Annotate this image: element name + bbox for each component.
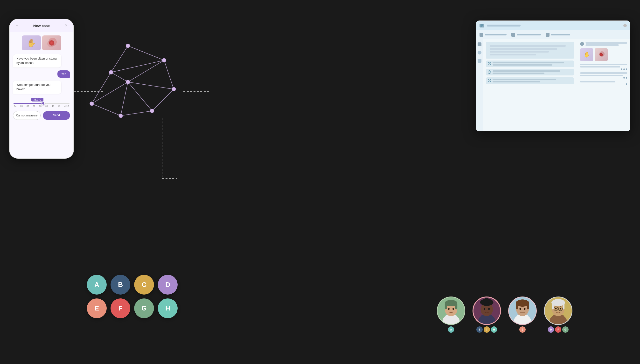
back-button[interactable]: ← <box>14 23 20 28</box>
svg-point-60 <box>524 308 526 310</box>
dots-3 <box>580 84 627 85</box>
person-info-bars <box>585 42 627 46</box>
circle-e[interactable]: E <box>87 298 107 318</box>
check-1-lines <box>493 62 572 66</box>
svg-rect-31 <box>480 26 482 27</box>
circles-row-2: E F G H <box>87 298 178 318</box>
svg-rect-38 <box>445 303 447 309</box>
send-button[interactable]: Send <box>43 111 70 120</box>
hand-images <box>10 32 73 53</box>
dots-1 <box>580 68 627 70</box>
svg-rect-30 <box>480 25 483 26</box>
window-body: ✓ ✓ ✓ <box>476 39 630 131</box>
phone-header: ← New case × <box>10 19 73 32</box>
svg-point-48 <box>484 298 489 303</box>
svg-line-20 <box>111 72 128 82</box>
svg-point-25 <box>119 114 123 118</box>
text-line-3 <box>490 51 549 52</box>
hand-rash-image <box>42 36 61 50</box>
circle-d[interactable]: D <box>158 275 178 294</box>
circle-f[interactable]: F <box>111 298 130 318</box>
avatar-dfg[interactable] <box>544 296 572 325</box>
svg-line-18 <box>92 72 111 104</box>
toolbar-calendar[interactable] <box>480 33 507 37</box>
svg-rect-64 <box>553 315 564 324</box>
svg-point-27 <box>126 80 130 84</box>
svg-point-26 <box>90 102 94 106</box>
attach-palm-thumb[interactable]: ✋ <box>580 48 593 61</box>
dot-6 <box>626 84 627 85</box>
avatar-dfg-labels: D F G <box>548 326 568 333</box>
desktop-window: ✓ ✓ ✓ <box>476 20 630 132</box>
svg-line-16 <box>92 104 121 116</box>
phone-body: Have you been bitten or stung by an inse… <box>10 32 73 158</box>
dot-3 <box>626 68 627 70</box>
check-1-icon: ✓ <box>488 62 491 65</box>
avatar-a[interactable] <box>437 296 465 325</box>
svg-line-17 <box>121 82 128 116</box>
close-button[interactable]: × <box>63 23 69 28</box>
slider-thumb[interactable] <box>42 102 45 105</box>
dots-2 <box>580 77 627 78</box>
checklist-item-2[interactable]: ✓ <box>486 69 574 76</box>
avatar-e[interactable] <box>508 296 537 325</box>
measurement-row-3 <box>580 81 627 85</box>
paperclip-icon <box>546 33 549 37</box>
sidebar-menu-icon[interactable] <box>478 42 481 46</box>
cannot-measure-button[interactable]: Cannot measure <box>13 111 41 120</box>
svg-point-50 <box>488 308 490 310</box>
calendar-icon <box>480 33 483 37</box>
attach-rash-thumb[interactable] <box>595 48 608 61</box>
avatars-section: A <box>437 296 572 333</box>
person-info-row <box>580 42 627 46</box>
temperature-slider-container: 38.0°C 34 35 36 37 38 39 40 41 42°C <box>10 95 73 109</box>
checklist-item-1[interactable]: ✓ <box>486 60 574 67</box>
svg-rect-44 <box>481 315 492 324</box>
check-2-lines <box>493 70 572 74</box>
circles-section: A B C D E F G H <box>87 275 178 318</box>
svg-point-74 <box>560 308 561 310</box>
phone-title: New case <box>33 24 50 28</box>
svg-rect-58 <box>527 302 529 309</box>
svg-line-7 <box>111 46 128 72</box>
slider-track[interactable] <box>14 103 70 104</box>
text-block <box>486 42 574 58</box>
circle-a[interactable]: A <box>87 275 107 294</box>
chat-answer-yes: Yes <box>58 70 70 78</box>
sidebar-thermometer-icon[interactable] <box>478 50 481 54</box>
svg-point-22 <box>162 58 166 62</box>
slider-ticks: 34 35 36 37 38 39 40 41 42°C <box>14 105 70 107</box>
sidebar-mic-icon[interactable] <box>478 59 481 63</box>
attachment-images: ✋ <box>580 48 627 61</box>
svg-point-28 <box>109 70 113 74</box>
svg-point-23 <box>172 87 176 91</box>
attach-palm-view: ✋ <box>580 48 593 61</box>
svg-rect-34 <box>446 315 457 324</box>
avatars-row: A <box>437 296 572 333</box>
window-footer <box>476 131 630 132</box>
avatar-e-container: E <box>508 296 537 333</box>
avatar-b-label: B <box>476 326 483 333</box>
dot-5 <box>626 77 627 78</box>
avatar-g-label: G <box>562 326 568 333</box>
avatar-bch[interactable] <box>473 296 501 325</box>
svg-point-41 <box>453 308 454 310</box>
mobile-phone: ← New case × Have you been bitten or stu… <box>9 19 74 158</box>
avatar-e-label: E <box>519 326 526 333</box>
person-icon <box>580 42 584 46</box>
text-line-4 <box>490 54 536 56</box>
circle-g[interactable]: G <box>134 298 154 318</box>
home-icon <box>511 33 515 37</box>
toolbar-attach[interactable] <box>546 33 570 37</box>
checklist-item-3[interactable]: ✓ <box>486 78 574 84</box>
toolbar-home[interactable] <box>511 33 541 37</box>
circle-c[interactable]: C <box>134 275 154 294</box>
avatar-d-label: D <box>548 326 554 333</box>
avatar-bch-container: B C H <box>473 296 501 333</box>
avatar-c-label: C <box>484 326 490 333</box>
window-close-button[interactable] <box>623 24 627 27</box>
circle-b[interactable]: B <box>111 275 130 294</box>
svg-point-59 <box>519 308 521 310</box>
circle-h[interactable]: H <box>158 298 178 318</box>
svg-rect-29 <box>480 24 483 25</box>
